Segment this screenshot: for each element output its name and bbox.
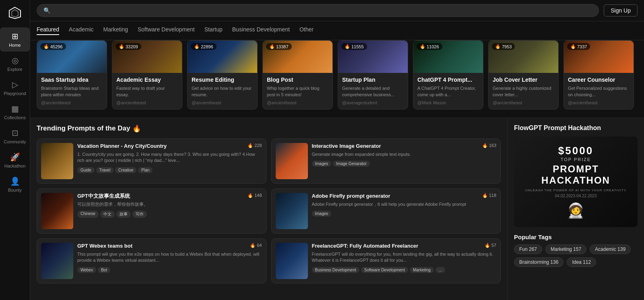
- tab-business[interactable]: Business Development: [232, 26, 290, 35]
- tag[interactable]: Creative: [115, 167, 136, 173]
- hackathon-prize-label: TOP PRIZE: [522, 157, 630, 162]
- sidebar-item-community-label: Community: [4, 139, 26, 144]
- featured-card-chatgpt[interactable]: 🔥 11026 ChatGPT 4 Prompt... A ChatGPT 4 …: [413, 40, 483, 110]
- tag[interactable]: Chinese: [77, 211, 99, 218]
- card-desc: Whip together a quick blog post in 5 min…: [267, 85, 328, 98]
- trending-card-gpt-zh[interactable]: GPT中文故事生成系统 🔥 148 可以按照您的需求，帮你创作故事。 Chine…: [37, 188, 266, 234]
- trending-card-header: FreelanceGPT: Fully Automated Freelancer…: [312, 243, 497, 250]
- tag[interactable]: Business Development: [312, 267, 359, 273]
- trending-card-desc: FreelanceGPT will do everything for you,…: [312, 251, 497, 264]
- tab-startup[interactable]: Startup: [204, 26, 223, 35]
- sidebar-item-collections[interactable]: ▦ Collections: [0, 100, 30, 124]
- tab-software[interactable]: Software Development: [138, 26, 195, 35]
- sidebar-item-bounty[interactable]: 👤 Bounty: [0, 172, 30, 197]
- featured-card-startup[interactable]: 🔥 11555 Startup Plan Generate a detailed…: [338, 40, 408, 110]
- fire-icon: 🔥: [269, 44, 275, 49]
- tag[interactable]: Guide: [77, 167, 95, 173]
- tag-row: GuideTravelCreativePlan: [77, 167, 262, 173]
- search-icon: 🔍: [43, 7, 50, 14]
- fire-icon: 🔥: [119, 44, 124, 49]
- fire-icon: 🔥: [420, 44, 425, 49]
- sidebar-item-home[interactable]: ⊞ Home: [0, 27, 30, 52]
- tag[interactable]: Software Development: [361, 267, 408, 273]
- sidebar-item-explore[interactable]: ◎ Explore: [0, 52, 30, 76]
- tag[interactable]: 写作: [132, 211, 147, 218]
- tag[interactable]: Marketing: [410, 267, 434, 273]
- card-desc: Generate a detailed and comprehensive bu…: [342, 85, 404, 98]
- tab-other[interactable]: Other: [299, 26, 314, 35]
- popular-tag[interactable]: Marketing 157: [545, 244, 586, 254]
- tag[interactable]: Plan: [138, 167, 153, 173]
- trending-grid: Vacation Planner - Any City/Country 🔥 22…: [37, 139, 501, 283]
- fire-icon: 🔥: [248, 193, 253, 198]
- popular-tag[interactable]: Idea 112: [567, 257, 596, 267]
- tag[interactable]: Images: [312, 161, 332, 167]
- fire-count-value: 11555: [351, 44, 364, 49]
- tag[interactable]: 故事: [116, 211, 131, 218]
- tag[interactable]: ...: [436, 267, 445, 273]
- right-panel: FlowGPT Prompt Hackathon $5000 TOP PRIZE…: [507, 118, 644, 300]
- sidebar-item-playground[interactable]: ▷ Playground: [0, 76, 30, 100]
- card-image: 🔥 7337: [564, 41, 634, 73]
- card-author: @ancientbeast: [267, 100, 328, 105]
- featured-card-jobcover[interactable]: 🔥 7953 Job Cover Letter Generate a highl…: [488, 40, 559, 110]
- explore-icon: ◎: [12, 56, 19, 65]
- featured-card-academic[interactable]: 🔥 33209 Academic Essay Fastest way to dr…: [112, 40, 182, 110]
- trending-card-vacation[interactable]: Vacation Planner - Any City/Country 🔥 22…: [37, 139, 266, 184]
- hackathon-name: PROMPT: [522, 163, 630, 175]
- featured-card-career[interactable]: 🔥 7337 Career Counselor Get Personalized…: [564, 40, 634, 110]
- sidebar-item-community[interactable]: ⊡ Community: [0, 124, 30, 148]
- card-image: 🔥 22896: [188, 41, 257, 73]
- fire-count-value: 228: [254, 143, 262, 148]
- trending-card-title: Interactive Image Generator: [312, 143, 479, 150]
- tag[interactable]: Image Genarator: [333, 161, 370, 167]
- fire-icon: 🔥: [43, 44, 49, 49]
- card-title: ChatGPT 4 Prompt...: [417, 76, 479, 83]
- trending-card-webex[interactable]: GPT Webex teams bot 🔥 64 This prompt wil…: [37, 238, 266, 283]
- featured-card-saas[interactable]: 🔥 45296 Saas Startup Idea Brainstorm Sta…: [37, 40, 107, 110]
- hackathon-banner[interactable]: $5000 TOP PRIZE PROMPT HACKATHON UNLEASH…: [514, 137, 638, 227]
- trending-card-freelance[interactable]: FreelanceGPT: Fully Automated Freelancer…: [271, 238, 501, 283]
- search-input[interactable]: [54, 7, 592, 14]
- trending-card-content: GPT中文故事生成系统 🔥 148 可以按照您的需求，帮你创作故事。 Chine…: [77, 193, 262, 229]
- trending-card-image: [41, 143, 73, 179]
- trending-card-firefly[interactable]: Adobe Firefly prompt generator 🔥 118 Ado…: [271, 188, 501, 234]
- lower-content: Trending Prompts of the Day 🔥 Vacation P…: [30, 118, 644, 300]
- card-desc: Generate a highly customized cover lette…: [493, 85, 554, 98]
- featured-card-blog[interactable]: 🔥 13387 Blog Post Whip together a quick …: [262, 40, 333, 110]
- trending-card-header: Vacation Planner - Any City/Country 🔥 22…: [77, 143, 262, 150]
- card-title: Blog Post: [267, 76, 328, 83]
- card-fire-count: 🔥 7953: [492, 43, 515, 50]
- tab-marketing[interactable]: Marketing: [103, 26, 128, 35]
- trending-card-image-gen[interactable]: Interactive Image Generator 🔥 163 Genera…: [271, 139, 501, 184]
- hackathon-tagline: UNLEASH THE POWER OF AI WITH YOUR CREATI…: [522, 188, 630, 192]
- popular-tag[interactable]: Brainstorming 136: [514, 257, 564, 267]
- card-author: @ancientbeast: [116, 100, 178, 105]
- signup-button[interactable]: Sign Up: [604, 4, 638, 17]
- sidebar-item-hackathon[interactable]: 🚀 Hackathon: [0, 148, 30, 172]
- tag[interactable]: Travel: [96, 167, 114, 173]
- tag[interactable]: Bot: [98, 267, 110, 273]
- svg-marker-1: [12, 10, 18, 17]
- featured-cards-section: 🔥 45296 Saas Startup Idea Brainstorm Sta…: [30, 40, 644, 118]
- trending-card-image: [276, 143, 308, 179]
- trending-title: Trending Prompts of the Day 🔥: [37, 124, 501, 133]
- hackathon-date: 04.02.2023-04.22.2023: [522, 194, 630, 198]
- tag[interactable]: Webex: [77, 267, 96, 273]
- tag[interactable]: 中文: [100, 211, 115, 218]
- tags-grid: Fun 267Marketing 157Academic 139Brainsto…: [514, 244, 638, 267]
- featured-card-resume[interactable]: 🔥 22896 Resume Editing Get advice on how…: [187, 40, 258, 110]
- popular-tag[interactable]: Fun 267: [514, 244, 542, 254]
- popular-tag[interactable]: Academic 139: [590, 244, 631, 254]
- card-desc: Get advice on how to edit your resume.: [192, 85, 253, 98]
- tab-featured[interactable]: Featured: [37, 26, 59, 35]
- tag[interactable]: Images: [312, 211, 332, 217]
- app-logo[interactable]: [7, 5, 23, 21]
- search-bar[interactable]: 🔍: [37, 4, 599, 17]
- card-desc: Fastest way to draft your essay.: [116, 85, 178, 98]
- tab-academic[interactable]: Academic: [69, 26, 93, 35]
- trending-card-title: Adobe Firefly prompt generator: [312, 193, 479, 200]
- card-title: Resume Editing: [192, 76, 253, 83]
- main-content: 🔍 Sign Up Featured Academic Marketing So…: [30, 0, 644, 300]
- card-desc: A ChatGPT 4 Prompt Creator, come up with…: [417, 85, 479, 98]
